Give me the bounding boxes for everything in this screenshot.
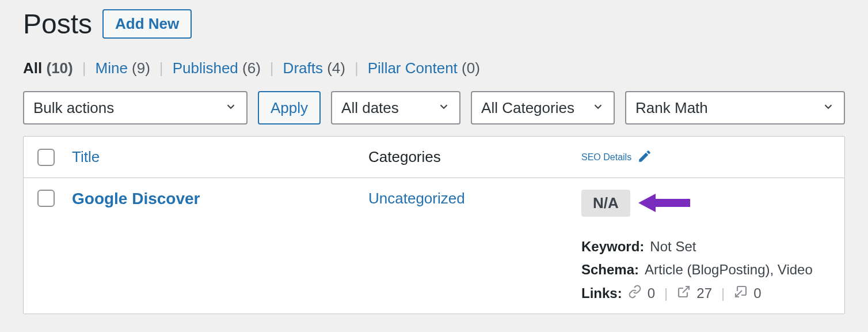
tab-label: Drafts	[283, 59, 323, 77]
tab-mine[interactable]: Mine (9)	[95, 59, 150, 77]
apply-button[interactable]: Apply	[258, 91, 321, 124]
tab-pillar[interactable]: Pillar Content (0)	[368, 59, 480, 77]
bulk-actions-label: Bulk actions	[33, 99, 114, 117]
posts-table: Title Categories SEO Details Google Disc…	[23, 136, 845, 314]
column-categories: Categories	[368, 148, 441, 165]
rankmath-label: Rank Math	[635, 99, 708, 117]
column-seo-details[interactable]: SEO Details	[581, 149, 652, 166]
seo-schema-row: Schema: Article (BlogPosting), Video	[581, 262, 831, 278]
tab-drafts[interactable]: Drafts (4)	[283, 59, 345, 77]
bulk-actions-select[interactable]: Bulk actions	[23, 91, 248, 124]
seo-keyword-row: Keyword: Not Set	[581, 239, 831, 255]
seo-score-badge[interactable]: N/A	[581, 190, 630, 217]
post-title-link[interactable]: Google Discover	[72, 190, 200, 207]
tab-separator: |	[79, 59, 90, 77]
tab-count: (0)	[462, 59, 480, 77]
tab-count: (4)	[327, 59, 345, 77]
tab-separator: |	[156, 59, 167, 77]
keyword-label: Keyword:	[581, 239, 644, 255]
svg-line-1	[736, 290, 742, 297]
links-separator: |	[661, 285, 671, 301]
column-seo-label: SEO Details	[581, 152, 631, 163]
schema-value: Article (BlogPosting), Video	[645, 262, 813, 278]
tab-count: (6)	[242, 59, 261, 77]
schema-label: Schema:	[581, 262, 639, 278]
select-all-checkbox[interactable]	[37, 149, 55, 166]
tab-label: Pillar Content	[368, 59, 458, 77]
external-link-icon	[677, 285, 691, 302]
links-separator: |	[718, 285, 728, 301]
table-row: Google Discover Uncategorized N/A Keywor…	[24, 178, 844, 314]
tab-label: Published	[173, 59, 238, 77]
chevron-down-icon	[224, 99, 237, 117]
controls-row: Bulk actions Apply All dates All Categor…	[23, 91, 845, 124]
seo-cell: N/A Keyword: Not Set Schema: Article (Bl…	[581, 190, 831, 302]
dates-label: All dates	[341, 99, 399, 117]
seo-links-row: Links: 0 | 27 | 0	[581, 285, 831, 302]
keyword-value: Not Set	[650, 239, 696, 255]
tab-label: Mine	[95, 59, 127, 77]
pencil-icon	[637, 149, 652, 166]
categories-label: All Categories	[481, 99, 574, 117]
tab-label: All	[23, 59, 42, 77]
dates-select[interactable]: All dates	[331, 91, 460, 124]
links-incoming-count: 0	[753, 285, 761, 301]
chevron-down-icon	[437, 99, 450, 117]
links-internal-count: 0	[648, 285, 655, 301]
category-link[interactable]: Uncategorized	[368, 190, 465, 207]
rankmath-select[interactable]: Rank Math	[625, 91, 845, 124]
links-label: Links:	[581, 285, 622, 301]
filter-tabs: All (10) | Mine (9) | Published (6) | Dr…	[23, 59, 845, 77]
column-title[interactable]: Title	[72, 148, 100, 165]
link-icon	[628, 285, 642, 302]
tab-all[interactable]: All (10)	[23, 59, 73, 77]
tab-published[interactable]: Published (6)	[173, 59, 261, 77]
row-checkbox[interactable]	[37, 190, 55, 207]
links-external-count: 27	[696, 285, 712, 301]
arrow-annotation-icon	[638, 191, 690, 218]
tab-count: (9)	[132, 59, 150, 77]
table-header: Title Categories SEO Details	[24, 137, 844, 178]
page-title: Posts	[23, 8, 92, 40]
incoming-link-icon	[734, 285, 748, 302]
svg-line-0	[683, 286, 689, 293]
tab-separator: |	[267, 59, 277, 77]
chevron-down-icon	[822, 99, 835, 117]
chevron-down-icon	[592, 99, 604, 117]
categories-select[interactable]: All Categories	[471, 91, 615, 124]
tab-separator: |	[351, 59, 362, 77]
tab-count: (10)	[46, 59, 73, 77]
add-new-button[interactable]: Add New	[102, 9, 192, 39]
